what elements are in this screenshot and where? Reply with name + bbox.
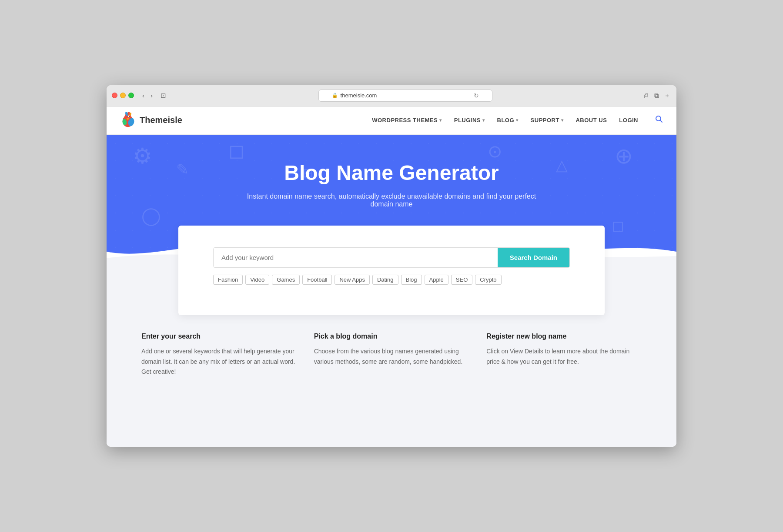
nav-wordpress-themes[interactable]: WORDPRESS THEMES ▾ (372, 117, 442, 123)
site-navigation: Themeisle WORDPRESS THEMES ▾ PLUGINS ▾ B… (107, 106, 676, 135)
search-domain-button[interactable]: Search Domain (498, 248, 569, 267)
keyword-tag-apple[interactable]: Apple (425, 275, 448, 285)
search-box: Search Domain (213, 247, 570, 268)
bottom-padding (107, 429, 676, 447)
search-icon[interactable] (655, 115, 663, 126)
maximize-button[interactable] (128, 93, 134, 98)
svg-line-13 (660, 120, 663, 123)
feature-register-name: Register new blog name Click on View Det… (486, 324, 642, 386)
keyword-tag-blog[interactable]: Blog (401, 275, 422, 285)
feature-title-2: Pick a blog domain (314, 332, 469, 340)
address-bar[interactable]: 🔒 themeisle.com ↻ (318, 90, 492, 102)
nav-plugins[interactable]: PLUGINS ▾ (454, 117, 485, 123)
back-button[interactable]: ‹ (140, 91, 147, 100)
svg-point-8 (129, 116, 130, 116)
logo-icon (120, 112, 136, 129)
keyword-tag-fashion[interactable]: Fashion (213, 275, 243, 285)
feature-title-3: Register new blog name (486, 332, 642, 340)
close-button[interactable] (112, 93, 117, 98)
keyword-tags: Fashion Video Games Football New Apps Da… (213, 275, 570, 285)
new-tab-button[interactable]: + (663, 91, 671, 100)
add-tab-button[interactable]: ⧉ (652, 91, 661, 100)
feature-title-1: Enter your search (141, 332, 297, 340)
nav-buttons: ‹ › (140, 91, 155, 100)
sidebar-toggle-button[interactable]: ⊡ (158, 91, 168, 100)
keyword-tag-dating[interactable]: Dating (372, 275, 398, 285)
feature-description-1: Add one or several keywords that will he… (141, 346, 297, 377)
chevron-icon: ▾ (561, 118, 564, 123)
keyword-tag-seo[interactable]: SEO (451, 275, 472, 285)
minimize-button[interactable] (120, 93, 126, 98)
traffic-lights (112, 93, 134, 98)
hero-title: Blog Name Generator (120, 161, 663, 185)
browser-window: ‹ › ⊡ 🔒 themeisle.com ↻ ⎙ ⧉ + (107, 85, 676, 447)
hero-subtitle: Instant domain name search, automaticall… (239, 193, 544, 208)
nav-links: WORDPRESS THEMES ▾ PLUGINS ▾ BLOG ▾ SUPP… (372, 115, 663, 126)
keyword-tag-crypto[interactable]: Crypto (475, 275, 501, 285)
keyword-tag-football[interactable]: Football (302, 275, 332, 285)
keyword-tag-new-apps[interactable]: New Apps (335, 275, 370, 285)
logo-area[interactable]: Themeisle (120, 112, 182, 129)
feature-description-3: Click on View Details to learn more abou… (486, 346, 642, 367)
features-section: Enter your search Add one or several key… (107, 324, 676, 412)
chevron-icon: ▾ (482, 118, 485, 123)
search-card: Search Domain Fashion Video Games Footba… (178, 226, 605, 315)
keyword-tag-games[interactable]: Games (272, 275, 300, 285)
browser-chrome: ‹ › ⊡ 🔒 themeisle.com ↻ ⎙ ⧉ + (107, 85, 676, 106)
browser-actions: ⎙ ⧉ + (642, 91, 671, 100)
logo-text: Themeisle (140, 115, 182, 125)
share-button[interactable]: ⎙ (642, 91, 650, 100)
nav-login[interactable]: LOGIN (619, 117, 638, 123)
feature-pick-domain: Pick a blog domain Choose from the vario… (314, 324, 469, 386)
url-text: themeisle.com (341, 92, 377, 99)
keyword-tag-video[interactable]: Video (245, 275, 269, 285)
lock-icon: 🔒 (332, 93, 338, 98)
nav-about-us[interactable]: ABOUT US (576, 117, 607, 123)
feature-enter-search: Enter your search Add one or several key… (141, 324, 297, 386)
forward-button[interactable]: › (148, 91, 155, 100)
chevron-icon: ▾ (516, 118, 519, 123)
nav-blog[interactable]: BLOG ▾ (497, 117, 519, 123)
feature-description-2: Choose from the various blog names gener… (314, 346, 469, 367)
address-bar-container: 🔒 themeisle.com ↻ (172, 90, 639, 102)
main-content: Search Domain Fashion Video Games Footba… (107, 260, 676, 429)
site-content: Themeisle WORDPRESS THEMES ▾ PLUGINS ▾ B… (107, 106, 676, 447)
chevron-icon: ▾ (439, 118, 442, 123)
reload-icon[interactable]: ↻ (474, 92, 479, 99)
nav-support[interactable]: SUPPORT ▾ (531, 117, 564, 123)
search-input[interactable] (214, 248, 498, 267)
